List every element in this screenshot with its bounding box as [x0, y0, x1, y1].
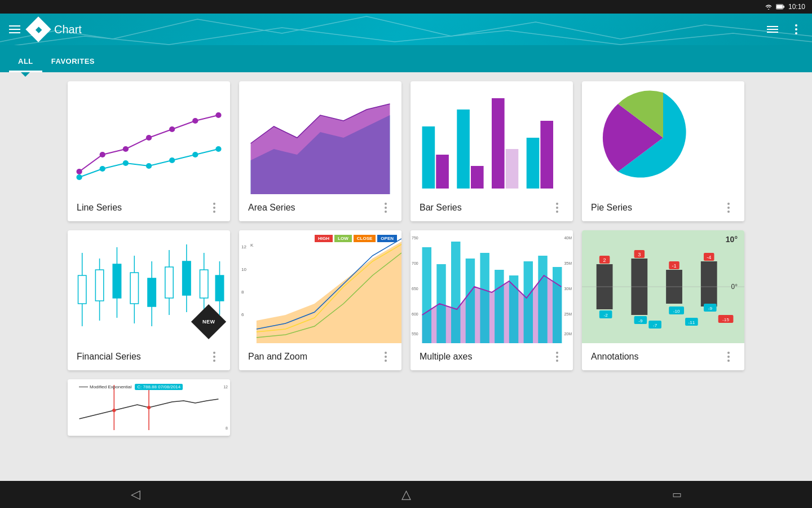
line-series-chart [68, 81, 230, 194]
svg-point-9 [215, 112, 221, 118]
card-label-line-series: Line Series [77, 203, 122, 213]
card-menu-area-series[interactable] [379, 201, 392, 214]
svg-rect-49 [451, 242, 460, 343]
svg-point-10 [76, 174, 82, 180]
card-menu-annotations[interactable] [722, 350, 735, 364]
svg-rect-36 [148, 278, 156, 306]
card-label-area-series: Area Series [248, 203, 295, 213]
annotations-chart: 10° 0° 2 3 - [582, 230, 744, 343]
tab-favorites[interactable]: FAVORITES [42, 57, 104, 72]
svg-rect-20 [436, 155, 449, 189]
annotation-zero: 0° [731, 283, 738, 291]
card-label-pan-zoom: Pan and Zoom [248, 352, 307, 362]
svg-rect-38 [165, 267, 173, 298]
card-footer-financial-series: Financial Series [68, 343, 230, 370]
svg-rect-23 [492, 98, 505, 189]
back-button[interactable]: ◁ [117, 483, 154, 506]
svg-point-86 [112, 409, 116, 412]
svg-text:-9: -9 [638, 318, 643, 323]
svg-rect-19 [422, 126, 435, 189]
svg-point-14 [169, 157, 175, 163]
svg-rect-60 [701, 261, 717, 306]
partial-chart: Modified Exponential C: 788.88 07/08/201… [68, 379, 230, 436]
card-menu-multiple-axes[interactable] [550, 350, 564, 364]
svg-point-16 [215, 146, 221, 152]
svg-rect-52 [495, 270, 504, 343]
card-menu-financial-series[interactable] [208, 350, 221, 364]
card-bar-series[interactable]: Bar Series [411, 81, 573, 221]
svg-rect-55 [538, 256, 547, 343]
overflow-menu-button[interactable] [789, 23, 803, 36]
pie-series-chart [582, 81, 744, 194]
card-footer-pan-zoom: Pan and Zoom [239, 343, 401, 370]
svg-point-11 [100, 166, 105, 172]
bottom-nav: ◁ △ ▭ [0, 481, 812, 508]
recents-button[interactable]: ▭ [659, 484, 695, 505]
svg-rect-40 [183, 261, 191, 295]
card-annotations[interactable]: 10° 0° 2 3 - [582, 230, 744, 370]
svg-rect-30 [95, 270, 103, 301]
svg-point-6 [146, 135, 152, 141]
svg-rect-25 [527, 138, 540, 189]
svg-point-3 [76, 169, 82, 174]
svg-rect-2 [776, 5, 783, 8]
svg-rect-50 [466, 259, 475, 343]
svg-text:-1: -1 [672, 263, 676, 269]
legend-high: HIGH [315, 235, 333, 242]
bar-series-chart [411, 81, 573, 194]
legend-low: LOW [334, 235, 352, 242]
svg-text:-11: -11 [688, 320, 695, 325]
app-bar-actions [767, 23, 803, 36]
card-line-series[interactable]: Line Series [68, 81, 230, 221]
card-pie-series[interactable]: Pie Series [582, 81, 744, 221]
card-pan-zoom[interactable]: HIGH LOW CLOSE OPEN 12 10 8 6 K [239, 230, 401, 370]
battery-icon [776, 4, 785, 10]
partial-legend-label: Modified Exponential [90, 384, 131, 389]
svg-rect-21 [457, 110, 470, 189]
menu-button[interactable] [767, 26, 778, 33]
legend-open: OPEN [377, 235, 397, 242]
legend-close: CLOSE [354, 235, 376, 242]
app-title: Chart [54, 23, 767, 36]
chart-grid: Line Series Area Series [68, 81, 744, 370]
hamburger-button[interactable] [9, 25, 20, 33]
card-label-annotations: Annotations [591, 352, 639, 362]
status-time: 10:10 [788, 3, 805, 11]
annotation-degree: 10° [726, 235, 738, 244]
svg-rect-28 [78, 275, 86, 304]
svg-point-15 [192, 152, 198, 157]
svg-rect-22 [471, 166, 484, 189]
card-partial[interactable]: Modified Exponential C: 788.88 07/08/201… [68, 379, 230, 436]
home-button[interactable]: △ [388, 483, 425, 506]
svg-point-12 [123, 160, 129, 166]
card-footer-annotations: Annotations [582, 343, 744, 370]
card-area-series[interactable]: Area Series [239, 81, 401, 221]
svg-rect-47 [422, 247, 431, 343]
svg-rect-1 [783, 6, 784, 8]
card-menu-bar-series[interactable] [550, 201, 564, 214]
card-multiple-axes[interactable]: 750 700 650 600 550 40M 35M 30M 25M 20M [411, 230, 573, 370]
card-financial-series[interactable]: NEW Financial Series [68, 230, 230, 370]
wifi-icon [765, 4, 773, 10]
svg-rect-44 [215, 275, 223, 301]
card-footer-multiple-axes: Multiple axes [411, 343, 573, 370]
svg-text:3: 3 [638, 252, 641, 257]
svg-text:-7: -7 [653, 323, 657, 328]
svg-text:-2: -2 [604, 313, 608, 318]
svg-point-8 [192, 118, 198, 124]
card-menu-pan-zoom[interactable] [379, 350, 392, 364]
svg-text:-9: -9 [708, 306, 713, 311]
card-menu-line-series[interactable] [208, 201, 221, 214]
card-menu-pie-series[interactable] [722, 201, 735, 214]
svg-rect-51 [480, 253, 489, 343]
tab-bar: ALL FAVORITES [0, 45, 812, 72]
card-label-pie-series: Pie Series [591, 203, 632, 213]
status-icons: 10:10 [765, 3, 805, 11]
status-bar: 10:10 [0, 0, 812, 14]
card-footer-bar-series: Bar Series [411, 194, 573, 221]
main-content: Line Series Area Series [0, 72, 812, 481]
tab-all[interactable]: ALL [9, 57, 42, 72]
svg-text:-4: -4 [707, 255, 711, 260]
card-label-multiple-axes: Multiple axes [420, 352, 472, 362]
svg-text:-15: -15 [722, 317, 729, 322]
